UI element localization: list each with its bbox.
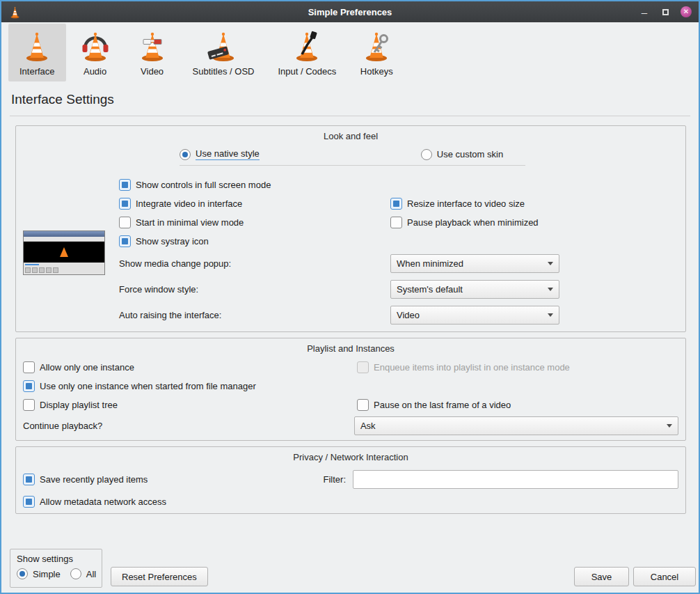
window-controls: – ✕ — [639, 6, 692, 17]
dropdown-value: Video — [397, 310, 420, 320]
radio-label: Simple — [33, 569, 61, 579]
dropdown-value: Ask — [360, 421, 376, 431]
checkbox-box — [357, 361, 369, 373]
reset-preferences-button[interactable]: Reset Preferences — [111, 567, 208, 586]
thumb-seekbar — [24, 263, 104, 267]
maximize-icon[interactable] — [660, 6, 671, 17]
video-glasses-cone-icon — [136, 29, 169, 63]
checkbox-box — [357, 399, 369, 411]
checkbox-systray[interactable]: Show systray icon — [119, 235, 209, 247]
headphones-cone-icon — [79, 29, 112, 63]
checkbox-pause-minimized[interactable]: Pause playback when minimized — [390, 217, 539, 228]
plug-cable-cone-icon — [290, 29, 324, 63]
vlc-preview-thumbnail — [23, 230, 105, 275]
force-window-style-dropdown[interactable]: System's default — [390, 280, 559, 299]
window-title: Simple Preferences — [1, 7, 699, 17]
force-window-style-label: Force window style: — [119, 284, 390, 295]
checkbox-box — [390, 217, 402, 228]
save-button[interactable]: Save — [574, 567, 629, 586]
vlc-cone-icon — [20, 29, 54, 63]
checkbox-box — [23, 361, 35, 373]
minimize-icon[interactable]: – — [639, 6, 650, 17]
show-settings-all-radio[interactable]: All — [70, 568, 96, 579]
checkbox-label: Pause playback when minimized — [407, 217, 539, 228]
titlebar[interactable]: Simple Preferences – ✕ — [1, 1, 699, 22]
dropdown-value: When minimized — [397, 258, 463, 269]
toolbar-item-video[interactable]: Video — [125, 24, 180, 81]
show-settings-title: Show settings — [17, 554, 95, 564]
checkbox-label: Pause on the last frame of a video — [374, 400, 511, 410]
checkbox-box — [23, 399, 35, 411]
style-radio-row: Use native style Use custom skin — [16, 148, 685, 160]
media-change-popup-label: Show media change popup: — [119, 258, 390, 269]
filter-input[interactable] — [353, 470, 678, 489]
checkbox-label: Display playlist tree — [40, 400, 118, 410]
checkbox-label: Use only one instance when started from … — [40, 381, 256, 391]
close-icon[interactable]: ✕ — [681, 6, 692, 17]
checkbox-label: Show systray icon — [136, 236, 209, 247]
checkbox-metadata-network-access[interactable]: Allow metadata network access — [23, 496, 166, 508]
checkbox-pause-last-frame[interactable]: Pause on the last frame of a video — [357, 399, 511, 411]
playlist-instances-group: Playlist and Instances Allow only one in… — [15, 338, 686, 441]
checkbox-box — [119, 235, 131, 247]
maximize-glyph — [662, 9, 669, 15]
radio-label: Use custom skin — [437, 149, 503, 159]
checkbox-resize-interface[interactable]: Resize interface to video size — [390, 198, 525, 210]
checkbox-enqueue-one-instance: Enqueue items into playlist in one insta… — [357, 361, 570, 373]
checkbox-label: Allow only one instance — [40, 362, 134, 373]
checkbox-box — [23, 380, 35, 392]
thumb-video-area — [24, 242, 104, 263]
toolbar-item-label: Subtitles / OSD — [193, 66, 255, 77]
checkbox-one-instance-file-manager[interactable]: Use only one instance when started from … — [23, 380, 256, 392]
toolbar-item-subtitles[interactable]: Subtitles / OSD — [182, 24, 266, 81]
use-custom-skin-radio[interactable]: Use custom skin — [421, 148, 503, 160]
toolbar-item-interface[interactable]: Interface — [8, 24, 66, 81]
checkbox-playlist-tree[interactable]: Display playlist tree — [23, 399, 118, 411]
show-settings-group: Show settings Simple All — [10, 549, 102, 588]
radio-label: All — [86, 569, 96, 579]
checkbox-minimal-view[interactable]: Start in minimal view mode — [119, 217, 244, 228]
category-toolbar: Interface Audio Video — [8, 24, 404, 81]
dropdown-value: System's default — [397, 284, 463, 295]
checkbox-one-instance[interactable]: Allow only one instance — [23, 361, 134, 373]
toolbar-item-hotkeys[interactable]: Hotkeys — [349, 24, 404, 81]
checkbox-box — [23, 496, 35, 508]
vlc-app-icon — [8, 6, 22, 19]
checkbox-fullscreen-controls[interactable]: Show controls in full screen mode — [119, 179, 271, 191]
radio-separator — [180, 165, 525, 166]
continue-playback-dropdown[interactable]: Ask — [354, 416, 678, 435]
group-title: Playlist and Instances — [16, 338, 685, 354]
checkbox-label: Allow metadata network access — [40, 497, 166, 507]
radio-indicator — [70, 568, 81, 579]
use-native-style-radio[interactable]: Use native style — [180, 148, 260, 160]
auto-raising-dropdown[interactable]: Video — [390, 306, 559, 325]
continue-playback-label: Continue playback? — [23, 421, 354, 431]
chevron-down-icon — [548, 262, 553, 265]
checkbox-label: Show controls in full screen mode — [136, 180, 271, 190]
checkbox-integrate-video[interactable]: Integrate video in interface — [119, 198, 242, 210]
radio-indicator — [180, 149, 191, 160]
subtitles-cone-icon — [207, 29, 240, 63]
checkbox-label: Resize interface to video size — [407, 198, 525, 209]
checkbox-box — [390, 198, 402, 210]
toolbar-item-audio[interactable]: Audio — [67, 24, 123, 81]
checkbox-box — [119, 198, 131, 210]
radio-label: Use native style — [196, 148, 260, 160]
chevron-down-icon — [548, 288, 553, 291]
cancel-button[interactable]: Cancel — [633, 567, 696, 586]
toolbar-item-input-codecs[interactable]: Input / Codecs — [267, 24, 347, 81]
key-cone-icon — [360, 29, 393, 63]
chevron-down-icon — [548, 313, 553, 317]
toolbar-item-label: Hotkeys — [360, 66, 393, 77]
look-and-feel-group: Look and feel Use native style Use custo… — [15, 125, 686, 332]
checkbox-box — [119, 179, 131, 191]
thumb-cone-icon — [60, 247, 68, 257]
chevron-down-icon — [667, 424, 672, 428]
look-and-feel-body: Show controls in full screen mode Integr… — [119, 175, 678, 328]
checkbox-label: Start in minimal view mode — [136, 217, 244, 228]
media-change-popup-dropdown[interactable]: When minimized — [390, 254, 559, 273]
radio-indicator — [421, 149, 432, 160]
checkbox-save-recent-items[interactable]: Save recently played items — [23, 474, 148, 485]
show-settings-simple-radio[interactable]: Simple — [17, 568, 61, 579]
group-title: Look and feel — [16, 126, 685, 141]
